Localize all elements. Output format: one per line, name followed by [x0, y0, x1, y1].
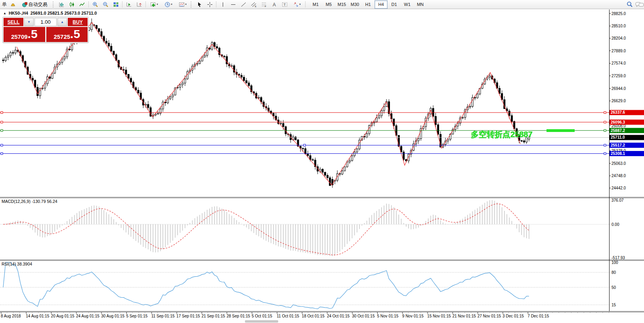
zigzag-line[interactable]	[17, 23, 520, 185]
svg-text:24 Aug 01:15: 24 Aug 01:15	[76, 314, 99, 318]
svg-text:28510.0: 28510.0	[612, 24, 626, 28]
templates-dropdown-caret[interactable]: ▾	[185, 3, 187, 6]
arrows-button[interactable]: ▾	[290, 0, 304, 9]
indicators-button[interactable]: ▾	[147, 0, 161, 9]
svg-text:27889.0: 27889.0	[612, 49, 626, 53]
macd-indicator-header: MACD(12,26,9) -130.79 56.24	[2, 199, 57, 204]
buy-button[interactable]: BUY	[68, 18, 88, 26]
trend-line-button[interactable]	[238, 0, 248, 9]
macd-name: MACD(12,26,9)	[2, 199, 31, 204]
order-button-fragment[interactable]: 单	[2, 1, 7, 8]
svg-text:24748.0: 24748.0	[612, 174, 626, 178]
indicators-icon	[150, 2, 156, 8]
bar-chart-icon	[59, 2, 65, 8]
annotation-highlight-line[interactable]	[547, 129, 575, 132]
zoom-out-icon	[103, 2, 109, 8]
candlestick-icon	[69, 2, 75, 8]
toolbar-drag-handle2[interactable]	[191, 2, 193, 8]
cursor-button[interactable]	[194, 0, 204, 9]
hline-handle[interactable]	[604, 130, 606, 132]
text-label-button[interactable]: T	[279, 0, 290, 9]
indicators-dropdown-caret[interactable]: ▾	[157, 3, 158, 6]
hline-handle[interactable]	[1, 130, 3, 132]
timeframe-m5[interactable]: M5	[322, 0, 335, 9]
svg-text:27259.0: 27259.0	[612, 74, 626, 78]
sell-price-int: 25709	[11, 33, 28, 40]
search-icon	[627, 1, 633, 8]
chat-button[interactable]	[635, 0, 644, 9]
hline-handle[interactable]	[1, 121, 3, 123]
timeframe-m15[interactable]: M15	[335, 0, 348, 9]
candlestick-chart-button[interactable]	[67, 0, 77, 9]
text-label-icon: T	[282, 2, 288, 8]
line-chart-icon	[79, 2, 85, 8]
text-button[interactable]: A	[269, 0, 279, 9]
hline-handle[interactable]	[604, 111, 606, 113]
svg-text:28825.0: 28825.0	[612, 11, 626, 16]
horizontal-line-button[interactable]	[228, 0, 238, 9]
svg-text:17 Sep 01:15: 17 Sep 01:15	[176, 314, 200, 318]
auto-trading-button[interactable]: 自动交易	[18, 0, 52, 9]
rsi-value: 38.3904	[17, 262, 32, 266]
svg-text:-517.93: -517.93	[612, 256, 625, 260]
hline-handle[interactable]	[1, 144, 3, 146]
hline-handle[interactable]	[604, 121, 606, 123]
arrows-dropdown-caret[interactable]: ▾	[299, 3, 301, 6]
periods-button[interactable]: ▾	[161, 0, 176, 9]
timeframe-h4[interactable]: H4	[375, 0, 388, 9]
vertical-line-button[interactable]	[218, 0, 228, 9]
hline-handle[interactable]	[604, 144, 606, 146]
timeframe-m1[interactable]: M1	[309, 0, 322, 9]
hline-handle[interactable]	[1, 111, 3, 113]
svg-text:8 Aug 2018: 8 Aug 2018	[1, 314, 21, 318]
tile-windows-icon	[113, 2, 119, 8]
h-scrollbar-thumb[interactable]	[245, 320, 278, 323]
hline-handle[interactable]	[1, 153, 3, 155]
svg-text:30 Aug 01:15: 30 Aug 01:15	[101, 314, 124, 318]
volume-up-button[interactable]: ▲	[57, 18, 67, 26]
equidistant-channel-button[interactable]: E	[248, 0, 259, 9]
rsi-indicator-header: RSI(14) 38.3904	[2, 262, 32, 266]
sell-button[interactable]: SELL	[4, 18, 23, 26]
turning-point-annotation[interactable]: 多空转折点25887	[471, 129, 533, 140]
svg-text:5 Nov 01:15: 5 Nov 01:15	[377, 314, 399, 318]
svg-text:18 Oct 01:15: 18 Oct 01:15	[302, 314, 325, 318]
collapse-arrow-icon[interactable]: ▲	[3, 11, 6, 15]
new-order-button[interactable]	[8, 0, 18, 9]
zoom-in-button[interactable]	[90, 0, 100, 9]
arrows-icon	[293, 2, 299, 8]
buy-price-box[interactable]: 25725 .5	[46, 27, 88, 42]
svg-text:50: 50	[612, 285, 616, 290]
bar-chart-button[interactable]	[56, 0, 67, 9]
toolbar-drag-handle[interactable]	[53, 2, 55, 8]
templates-button[interactable]: ▾	[176, 0, 190, 9]
sell-price-box[interactable]: 25709 .5	[4, 27, 45, 42]
hline-handle[interactable]	[604, 153, 606, 155]
chart-canvas[interactable]: 28825.028510.028204.027889.027574.027259…	[0, 0, 644, 323]
zoom-out-button[interactable]	[100, 0, 111, 9]
volume-down-button[interactable]: ▼	[24, 18, 34, 26]
one-click-trading-panel: SELL ▼ ▲ BUY 25709 .5 25725 .5	[2, 17, 89, 43]
timeframe-d1[interactable]: D1	[388, 0, 401, 9]
fibonacci-button[interactable]: F	[259, 0, 269, 9]
auto-scroll-button[interactable]	[124, 0, 134, 9]
timeframe-h1[interactable]: H1	[361, 0, 375, 9]
sell-price-frac: .5	[28, 27, 38, 41]
periods-dropdown-caret[interactable]: ▾	[171, 3, 172, 6]
timeframe-m30[interactable]: M30	[348, 0, 361, 9]
svg-text:A: A	[273, 2, 276, 8]
timeframe-w1[interactable]: W1	[401, 0, 414, 9]
fibonacci-icon: F	[261, 2, 267, 8]
crosshair-button[interactable]	[204, 0, 215, 9]
volume-input[interactable]	[34, 18, 57, 26]
svg-text:376.07: 376.07	[612, 198, 624, 203]
hline-handle[interactable]	[304, 144, 306, 146]
tile-windows-button[interactable]	[111, 0, 121, 9]
search-button[interactable]	[625, 0, 635, 9]
chart-shift-button[interactable]	[134, 0, 144, 9]
timeframe-mn[interactable]: MN	[414, 0, 427, 9]
line-chart-button[interactable]	[77, 0, 87, 9]
cursor-icon	[197, 2, 203, 8]
buy-price-frac: .5	[70, 27, 80, 41]
svg-text:25887.2: 25887.2	[611, 128, 625, 133]
